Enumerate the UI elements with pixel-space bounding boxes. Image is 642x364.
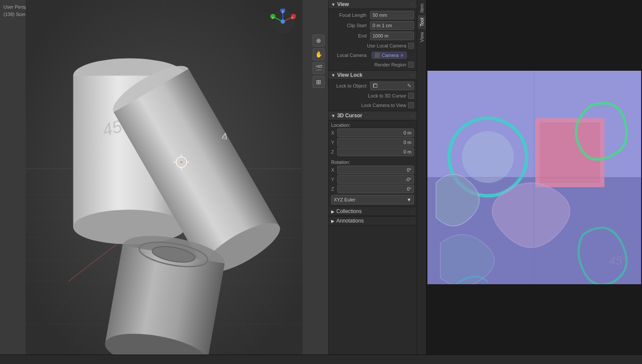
cursor-y-value[interactable]: 0 m: [337, 138, 414, 147]
view-lock-section-header[interactable]: ▼ View Lock ::: [329, 71, 417, 80]
axis-widget[interactable]: X Y Z: [270, 9, 296, 35]
local-camera-label: Local Camera: [331, 53, 370, 58]
3d-cursor-arrow: ▼: [331, 113, 335, 118]
cursor-ry-value[interactable]: -0°: [337, 175, 414, 184]
view-lock-title: View Lock: [337, 72, 362, 78]
lock-3d-cursor-label: Lock to 3D Cursor: [368, 93, 408, 98]
edit-lock-icon[interactable]: ✎: [407, 83, 411, 89]
collections-title: Collections: [336, 208, 362, 214]
clip-start-label: Clip Start: [331, 23, 370, 28]
render-region-label: Render Region: [374, 62, 408, 67]
3d-cursor-section-header[interactable]: ▼ 3D Cursor ::: [329, 111, 417, 120]
cursor-x-row: X 0 m: [329, 128, 417, 138]
svg-point-48: [281, 19, 285, 24]
svg-text:Z: Z: [282, 10, 284, 14]
clip-end-value[interactable]: 1000 m: [370, 31, 414, 40]
cursor-y-row: Y 0 m: [329, 138, 417, 147]
cursor-rx-label: X: [331, 167, 337, 173]
viewport-toolbar: ⊕ ✋ 🎬 ⊞: [313, 35, 325, 88]
camera-close-button[interactable]: ✕: [400, 53, 404, 58]
preview-area: 45°: [426, 0, 642, 355]
view-drag-handle: ::: [411, 2, 414, 7]
lock-camera-view-checkbox[interactable]: [408, 102, 414, 108]
svg-text:Y: Y: [272, 16, 274, 20]
tab-tool[interactable]: Tool: [418, 15, 426, 29]
svg-text:45°: 45°: [609, 254, 627, 267]
camera-icon: [375, 53, 380, 58]
3d-cursor-title: 3D Cursor: [337, 113, 362, 119]
annotations-title: Annotations: [336, 218, 364, 224]
view-properties: Focal Length 50 mm Clip Start 0 m 1 cm E…: [329, 9, 417, 70]
cursor-z-row: Z 0 m: [329, 147, 417, 157]
collections-drag: ::: [411, 209, 414, 214]
euler-row: XYZ Euler ▼: [329, 194, 417, 206]
view-section-header[interactable]: ▼ View ::: [329, 0, 417, 9]
camera-tool[interactable]: 🎬: [313, 62, 325, 74]
focal-length-value[interactable]: 50 mm: [370, 11, 414, 19]
tab-view[interactable]: View: [418, 29, 426, 45]
bottom-bar: [0, 355, 642, 364]
use-local-camera-row: Use Local Camera: [329, 41, 417, 50]
zoom-tool[interactable]: ⊕: [313, 35, 325, 47]
grid-tool[interactable]: ⊞: [313, 76, 325, 88]
annotations-drag: ::: [411, 219, 414, 223]
euler-dropdown-icon: ▼: [407, 197, 411, 202]
cursor-z-value[interactable]: 0 m: [337, 147, 414, 156]
camera-tag[interactable]: Camera ✕: [372, 52, 407, 59]
view-lock-drag: ::: [411, 73, 414, 78]
collections-arrow: ▶: [331, 209, 335, 214]
cursor-x-value[interactable]: 0 m: [337, 129, 414, 137]
view-section-arrow: ▼: [331, 2, 335, 7]
svg-text:X: X: [291, 16, 294, 20]
use-local-camera-checkbox[interactable]: [408, 43, 414, 49]
focal-length-label: Focal Length: [331, 13, 370, 18]
view-section-title: View: [337, 1, 349, 7]
lock-3d-cursor-checkbox[interactable]: [408, 93, 414, 99]
svg-rect-55: [540, 122, 600, 183]
local-camera-row: Local Camera Camera ✕: [329, 50, 417, 60]
lock-to-object-row: Lock to Object ⧠ ✎: [329, 81, 417, 91]
cursor-rx-row: X 0°: [329, 165, 417, 175]
cursor-properties: Location: X 0 m Y 0 m Z 0 m: [329, 120, 417, 207]
annotations-arrow: ▶: [331, 219, 335, 223]
clip-end-label: End: [331, 33, 370, 38]
clip-start-value[interactable]: 0 m 1 cm: [370, 21, 414, 30]
cursor-rz-row: Z 0°: [329, 184, 417, 194]
use-local-camera-label: Use Local Camera: [367, 43, 408, 48]
cursor-ry-row: Y -0°: [329, 175, 417, 184]
lock-camera-view-label: Lock Camera to View: [361, 103, 408, 108]
tab-item[interactable]: Item: [418, 1, 426, 15]
rotation-label: Rotation:: [329, 158, 417, 165]
svg-point-53: [462, 131, 514, 183]
move-tool[interactable]: ✋: [313, 48, 325, 60]
svg-point-34: [180, 161, 182, 163]
view-lock-arrow: ▼: [331, 73, 335, 78]
vertical-tabs: Item Tool View: [417, 0, 426, 355]
lock-camera-view-row: Lock Camera to View: [329, 100, 417, 110]
collections-section-header[interactable]: ▶ Collections ::: [329, 207, 417, 216]
cursor-ry-label: Y: [331, 177, 337, 182]
location-label: Location:: [329, 121, 417, 128]
cursor-rz-label: Z: [331, 186, 337, 191]
lock-object-icon: ⧠: [373, 83, 378, 89]
annotations-section-header[interactable]: ▶ Annotations ::: [329, 217, 417, 226]
cursor-x-label: X: [331, 130, 337, 135]
3d-viewport[interactable]: User Perspective (138) Scene Collection …: [0, 0, 328, 355]
euler-select[interactable]: XYZ Euler ▼: [331, 195, 414, 204]
view-lock-properties: Lock to Object ⧠ ✎ Lock to 3D Cursor Loc…: [329, 80, 417, 111]
preview-image: 45°: [427, 71, 641, 284]
clip-start-row: Clip Start 0 m 1 cm: [329, 20, 417, 31]
cursor-z-label: Z: [331, 149, 337, 154]
render-region-checkbox[interactable]: [408, 62, 414, 68]
lock-3d-cursor-row: Lock to 3D Cursor: [329, 91, 417, 100]
cursor-y-label: Y: [331, 140, 337, 145]
focal-length-row: Focal Length 50 mm: [329, 10, 417, 20]
lock-to-object-label: Lock to Object: [331, 83, 370, 88]
clip-end-row: End 1000 m: [329, 31, 417, 41]
lock-to-object-value[interactable]: ⧠ ✎: [370, 82, 414, 90]
properties-panel: ▼ View :: Focal Length 50 mm Clip Start …: [328, 0, 417, 355]
render-region-row: Render Region: [329, 60, 417, 69]
cursor-rx-value[interactable]: 0°: [337, 166, 414, 174]
cursor-rz-value[interactable]: 0°: [337, 185, 414, 193]
scene-svg: 45°: [0, 0, 328, 355]
